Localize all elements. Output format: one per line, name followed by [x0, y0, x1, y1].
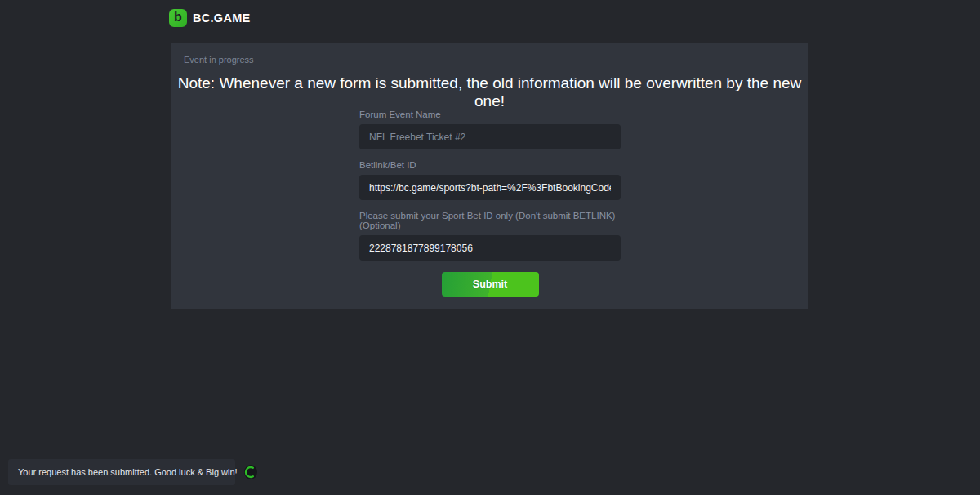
toast-message: Your request has been submitted. Good lu… — [18, 467, 238, 477]
brand-logo[interactable]: b BC.GAME — [169, 8, 251, 28]
submit-button[interactable]: Submit — [442, 272, 539, 297]
betlink-bet-id-input[interactable] — [359, 175, 621, 200]
event-panel: Event in progress Note: Whenever a new f… — [171, 43, 808, 309]
bc-game-logo-icon: b — [169, 9, 187, 27]
loading-spinner-icon — [244, 465, 257, 479]
note-text: Note: Whenever a new form is submitted, … — [171, 74, 808, 110]
betlink-bet-id-label: Betlink/Bet ID — [359, 160, 621, 170]
sport-bet-id-label: Please submit your Sport Bet ID only (Do… — [359, 211, 621, 230]
event-status-text: Event in progress — [184, 55, 254, 65]
toast-notification: Your request has been submitted. Good lu… — [8, 459, 235, 485]
event-form: Forum Event Name Betlink/Bet ID Please s… — [359, 109, 621, 297]
field-forum-event-name: Forum Event Name — [359, 109, 621, 149]
forum-event-name-label: Forum Event Name — [359, 109, 621, 119]
sport-bet-id-input[interactable] — [359, 235, 621, 261]
brand-wordmark: BC.GAME — [193, 11, 251, 25]
field-sport-bet-id: Please submit your Sport Bet ID only (Do… — [359, 211, 621, 261]
forum-event-name-input[interactable] — [359, 124, 621, 149]
page-background: { "header": { "brand": "BC.GAME", "logo_… — [0, 0, 980, 495]
submit-row: Submit — [359, 272, 621, 297]
logo-glyph: b — [174, 11, 182, 24]
field-betlink-bet-id: Betlink/Bet ID — [359, 160, 621, 200]
